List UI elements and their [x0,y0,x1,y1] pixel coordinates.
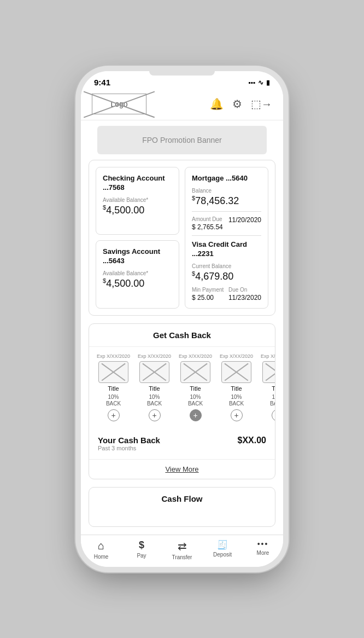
cashflow-header: Cash Flow [89,488,275,510]
tab-transfer[interactable]: ⇄ Transfer [162,540,202,560]
offer-title-3: Title [231,385,242,392]
visa-account-name: Visa Credit Card ...2231 [192,240,261,259]
offer-item-0: Exp X/XX/2020 Title 10%BACK + [96,353,131,421]
status-icons: ▪▪▪ ∿ ▮ [248,79,270,86]
mortgage-account[interactable]: Mortgage ...5640 Balance $78,456.32 Amou… [185,167,268,309]
visa-min-payment-col: Min Payment $ 25.00 [192,287,224,301]
tab-more[interactable]: ••• More [243,540,283,560]
visa-payment-row: Min Payment $ 25.00 Due On 11/23/2020 [192,287,261,301]
your-cashback-subtitle: Past 3 months [98,445,160,451]
offer-item-3: Exp X/XX/2020 Title 10%BACK + [219,353,254,421]
savings-balance-label: Available Balance* [103,270,172,276]
tab-home-label: Home [94,554,109,560]
checking-balance: $4,500.00 [103,204,172,216]
tab-transfer-label: Transfer [172,554,192,560]
offer-exp-4: Exp X/XX/2020 [261,353,275,359]
offer-cashback-1: 10%BACK [147,394,162,407]
offer-exp-1: Exp X/XX/2020 [138,353,171,359]
more-icon: ••• [257,540,269,548]
mortgage-amount-due-label: Amount Due [192,216,224,222]
wifi-icon: ∿ [258,79,263,86]
promo-text: FPO Promotion Banner [142,136,222,144]
offer-exp-2: Exp X/XX/2020 [179,353,212,359]
notification-icon[interactable]: 🔔 [210,97,224,111]
savings-balance: $4,500.00 [103,277,172,289]
tab-bar: ⌂ Home $ Pay ⇄ Transfer 🧾 Deposit ••• Mo… [81,535,283,567]
offer-cashback-2: 10%BACK [188,394,203,407]
mortgage-balance-label: Balance [192,188,261,194]
cashflow-section: Cash Flow [89,487,275,527]
tab-more-label: More [257,550,269,556]
offer-cashback-4: 10%BACK [270,394,275,407]
app-header: Logo 🔔 ⚙ ⬚→ [81,90,283,120]
offer-item-2: Exp X/XX/2020 Title 10%BACK + [178,353,213,421]
your-cashback-title: Your Cash Back [98,436,160,445]
tab-deposit[interactable]: 🧾 Deposit [202,540,243,560]
status-time: 9:41 [94,78,110,87]
deposit-icon: 🧾 [217,540,228,550]
mortgage-amount-due: $ 2,765.54 [192,223,224,231]
offer-exp-0: Exp X/XX/2020 [97,353,130,359]
cashback-summary: Your Cash Back Past 3 months $XX.00 [89,428,275,460]
cashback-section-header: Get Cash Back [89,324,275,347]
offer-title-0: Title [108,385,119,392]
visa-due-date-label: Due On [228,287,261,293]
offer-cashback-0: 10%BACK [106,394,121,407]
offer-add-btn-0[interactable]: + [108,409,120,421]
accounts-card: Checking Account ...7568 Available Balan… [89,160,275,316]
settings-icon[interactable]: ⚙ [232,97,242,111]
visa-min-payment-label: Min Payment [192,287,224,293]
notch [149,71,215,76]
mortgage-account-name: Mortgage ...5640 [192,174,261,183]
signal-icon: ▪▪▪ [248,79,255,86]
view-more-link[interactable]: View More [89,460,275,479]
tab-pay-label: Pay [137,553,146,559]
mortgage-due-date: 11/20/2020 [228,216,261,224]
visa-balance-label: Current Balance [192,263,261,269]
your-cashback-amount: $XX.00 [238,436,266,445]
cashback-card: Get Cash Back Exp X/XX/2020 Title 10%BAC… [89,323,275,479]
checking-account[interactable]: Checking Account ...7568 Available Balan… [96,167,179,235]
visa-balance: $4,679.80 [192,270,261,282]
scroll-content: FPO Promotion Banner Checking Account ..… [81,120,283,535]
cashback-text-group: Your Cash Back Past 3 months [98,436,160,451]
transfer-icon: ⇄ [178,540,187,553]
checking-account-name: Checking Account ...7568 [103,174,172,193]
offer-add-btn-3[interactable]: + [231,409,243,421]
logout-icon[interactable]: ⬚→ [251,97,272,111]
cashback-summary-row: Your Cash Back Past 3 months $XX.00 [98,436,266,451]
offer-item-4: Exp X/XX/2020 Title 10%BACK + [260,353,275,421]
mortgage-balance: $78,456.32 [192,195,261,207]
offers-row: Exp X/XX/2020 Title 10%BACK + Exp X/XX/2… [89,347,275,428]
checking-balance-label: Available Balance* [103,197,172,203]
mortgage-due-row: Amount Due $ 2,765.54 11/20/2020 [192,216,261,231]
offer-exp-3: Exp X/XX/2020 [220,353,253,359]
home-icon: ⌂ [98,540,104,552]
promo-banner: FPO Promotion Banner [97,126,267,154]
tab-pay[interactable]: $ Pay [121,540,162,560]
mortgage-due-col: Amount Due $ 2,765.54 [192,216,224,231]
offer-cashback-3: 10%BACK [229,394,244,407]
offer-add-btn-2[interactable]: + [190,409,202,421]
logo: Logo [92,94,146,114]
offer-title-2: Title [190,385,201,392]
savings-account[interactable]: Savings Account ...5643 Available Balanc… [96,240,179,308]
offer-img-4 [262,361,275,383]
header-icons: 🔔 ⚙ ⬚→ [210,97,272,111]
offer-add-btn-1[interactable]: + [149,409,161,421]
tab-deposit-label: Deposit [213,552,232,558]
offer-img-3 [221,361,251,383]
visa-due-date: 11/23/2020 [228,294,261,301]
phone-shell: 9:41 ▪▪▪ ∿ ▮ Logo 🔔 ⚙ ⬚→ FPO Promotion B… [81,71,283,567]
offer-img-1 [139,361,169,383]
offer-img-0 [98,361,128,383]
pay-icon: $ [139,540,144,551]
tab-home[interactable]: ⌂ Home [81,540,121,560]
visa-min-payment: $ 25.00 [192,294,224,301]
offer-add-btn-4[interactable]: + [272,409,275,421]
offer-img-2 [180,361,210,383]
mortgage-duedate-col: 11/20/2020 [228,216,261,231]
battery-icon: ▮ [266,79,270,86]
visa-due-col: Due On 11/23/2020 [228,287,261,301]
savings-account-name: Savings Account ...5643 [103,247,172,266]
